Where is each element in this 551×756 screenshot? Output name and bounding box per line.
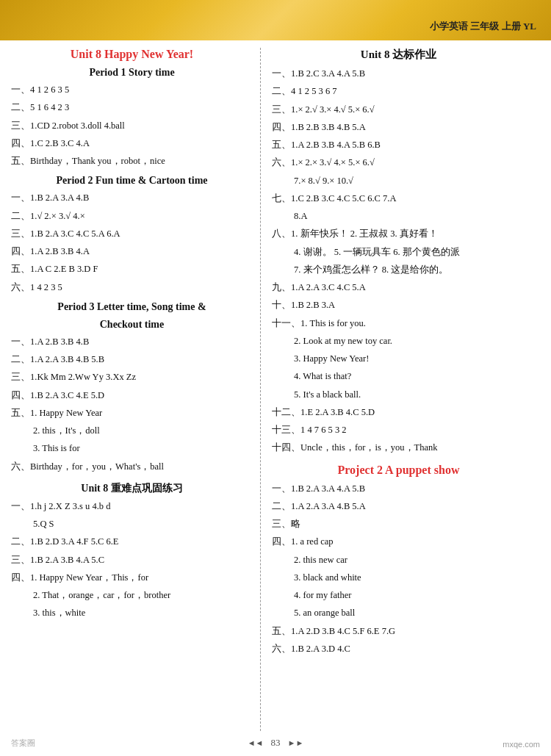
pr-line4a: 四、1. Happy New Year，This，for — [11, 570, 253, 586]
p2-line2: 二、1.√ 2.× 3.√ 4.× — [11, 209, 253, 224]
a-line14: 十四、Uncle，this，for，is，you，Thank — [272, 440, 525, 456]
a-line11-5: 5. It's a black ball. — [272, 387, 525, 403]
main-content: Unit 8 Happy New Year! Period 1 Story ti… — [0, 40, 551, 731]
a-line1: 一、1.B 2.C 3.A 4.A 5.B — [272, 66, 525, 82]
a-line13: 十三、1 4 7 6 5 3 2 — [272, 422, 525, 438]
proj-line2: 二、1.A 2.A 3.A 4.B 5.A — [272, 499, 525, 514]
p2-line1: 一、1.B 2.A 3.A 4.B — [11, 190, 253, 206]
period2-title: Period 2 Fun time & Cartoon time — [11, 175, 253, 187]
p2-line3: 三、1.B 2.A 3.C 4.C 5.A 6.A — [11, 226, 253, 242]
watermark2: 答案圈 — [11, 738, 35, 749]
p3-line5-2: 2. this，It's，doll — [11, 423, 253, 439]
period3-title2: Checkout time — [11, 319, 253, 331]
p3-line3: 三、1.Kk Mm 2.Ww Yy 3.Xx Zz — [11, 370, 253, 385]
page-header: 小学英语 三年级 上册 YL — [430, 20, 536, 33]
next-arrow[interactable]: ►► — [288, 738, 304, 747]
p3-line5-3: 3. This is for — [11, 441, 253, 456]
a-line7b: 8.A — [272, 209, 525, 224]
a-line7a: 七、1.C 2.B 3.C 4.C 5.C 6.C 7.A — [272, 191, 525, 206]
p1-line4: 四、1.C 2.B 3.C 4.A — [11, 136, 253, 151]
a-line11-header: 十一、1. This is for you. — [272, 316, 525, 331]
a-line11-4: 4. What is that? — [272, 369, 525, 384]
a-line11-2: 2. Look at my new toy car. — [272, 334, 525, 349]
a-line11-3: 3. Happy New Year! — [272, 351, 525, 367]
right-column: Unit 8 达标作业 一、1.B 2.C 3.A 4.A 5.B 二、4 1 … — [261, 48, 525, 731]
proj-line4-header: 四、1. a red cap — [272, 534, 525, 550]
a-line4: 四、1.B 2.B 3.B 4.B 5.A — [272, 120, 525, 135]
a-line6b: 7.× 8.√ 9.× 10.√ — [272, 173, 525, 189]
pr-line1a: 一、1.h j 2.X Z 3.s u 4.b d — [11, 499, 253, 514]
prev-arrow[interactable]: ◄◄ — [248, 738, 264, 747]
proj-line4-2: 2. this new car — [272, 552, 525, 568]
proj-line6: 六、1.B 2.A 3.D 4.C — [272, 641, 525, 657]
a-line5: 五、1.A 2.B 3.B 4.A 5.B 6.B — [272, 137, 525, 153]
proj-line5: 五、1.A 2.D 3.B 4.C 5.F 6.E 7.G — [272, 624, 525, 639]
p1-line2: 二、5 1 6 4 2 3 — [11, 100, 253, 115]
a-line8c: 7. 来个鸡蛋怎么样？ 8. 这是给你的。 — [272, 262, 525, 278]
p1-line3: 三、1.CD 2.robot 3.doll 4.ball — [11, 118, 253, 134]
p3-line5-header: 五、1. Happy New Year — [11, 406, 253, 421]
p3-line2: 二、1.A 2.A 3.B 4.B 5.B — [11, 352, 253, 367]
unit8-title: Unit 8 Happy New Year! — [11, 48, 253, 61]
p3-line6: 六、Birthday，for，you，What's，ball — [11, 459, 253, 475]
a-line6a: 六、1.× 2.× 3.√ 4.× 5.× 6.√ — [272, 155, 525, 170]
p2-line6: 六、1 4 2 3 5 — [11, 280, 253, 295]
period3-title: Period 3 Letter time, Song time & — [11, 301, 253, 313]
p3-line4: 四、1.B 2.A 3.C 4.E 5.D — [11, 388, 253, 403]
p2-line4: 四、1.A 2.B 3.B 4.A — [11, 244, 253, 259]
footer: ◄◄ 83 ►► — [0, 731, 551, 753]
a-line2: 二、4 1 2 5 3 6 7 — [272, 84, 525, 99]
p2-line5: 五、1.A C 2.E B 3.D F — [11, 262, 253, 277]
a-line3: 三、1.× 2.√ 3.× 4.√ 5.× 6.√ — [272, 102, 525, 118]
page-number: 83 — [271, 737, 281, 749]
a-line8b: 4. 谢谢。 5. 一辆玩具车 6. 那个黄色的派 — [272, 245, 525, 260]
top-bar: 小学英语 三年级 上册 YL — [0, 0, 551, 40]
project2-title: Project 2 A puppet show — [272, 464, 525, 477]
proj-line1: 一、1.B 2.A 3.A 4.A 5.B — [272, 481, 525, 497]
proj-line4-4: 4. for my father — [272, 588, 525, 603]
pr-line3: 三、1.B 2.A 3.B 4.A 5.C — [11, 552, 253, 568]
page-wrapper: 小学英语 三年级 上册 YL Unit 8 Happy New Year! Pe… — [0, 0, 551, 756]
a-line9: 九、1.A 2.A 3.C 4.C 5.A — [272, 280, 525, 295]
a-line8a: 八、1. 新年快乐！ 2. 王叔叔 3. 真好看！ — [272, 226, 525, 242]
p3-line1: 一、1.A 2.B 3.B 4.B — [11, 334, 253, 350]
period1-title: Period 1 Story time — [11, 67, 253, 79]
a-line10: 十、1.B 2.B 3.A — [272, 298, 525, 313]
a-line12: 十二、1.E 2.A 3.B 4.C 5.D — [272, 405, 525, 420]
proj-line3: 三、略 — [272, 516, 525, 532]
pr-line4b: 2. That，orange，car，for，brother — [11, 588, 253, 603]
pr-line4c: 3. this，white — [11, 605, 253, 621]
pr-line1b: 5.Q S — [11, 516, 253, 532]
unit8-practice-title: Unit 8 重难点巩固练习 — [11, 482, 253, 495]
proj-line4-5: 5. an orange ball — [272, 605, 525, 621]
left-column: Unit 8 Happy New Year! Period 1 Story ti… — [11, 48, 261, 731]
pr-line2: 二、1.B 2.D 3.A 4.F 5.C 6.E — [11, 534, 253, 550]
unit8-answers-title: Unit 8 达标作业 — [272, 48, 525, 62]
proj-line4-3: 3. black and white — [272, 570, 525, 586]
p1-line1: 一、4 1 2 6 3 5 — [11, 82, 253, 98]
watermark: mxqe.com — [503, 740, 540, 749]
p1-line5: 五、Birthday，Thank you，robot，nice — [11, 154, 253, 169]
